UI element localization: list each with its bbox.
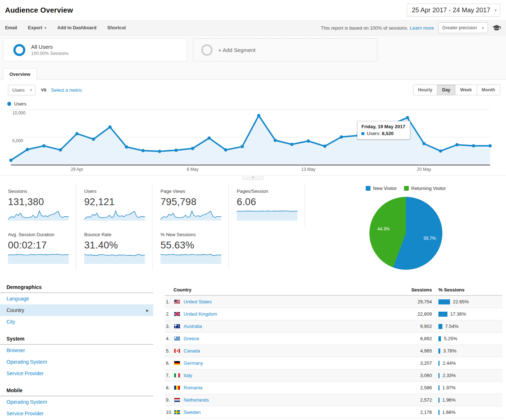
learn-more-link[interactable]: Learn more bbox=[410, 25, 434, 31]
series-dot-icon bbox=[7, 102, 11, 106]
pct-sessions-bar bbox=[438, 336, 441, 341]
tab-bar: Overview bbox=[0, 65, 506, 80]
metric-label: Avg. Session Duration bbox=[8, 232, 69, 237]
flag-sweden-icon bbox=[174, 410, 180, 414]
granularity-day-button[interactable]: Day bbox=[437, 85, 455, 95]
date-range-selector[interactable]: 25 Apr 2017 - 24 May 2017 ▾ bbox=[407, 4, 500, 17]
visitor-type-panel: New VisitorReturning Visitor 55.7% 44.3% bbox=[306, 183, 506, 270]
country-link-germany[interactable]: Germany bbox=[184, 360, 203, 366]
segment-donut-icon bbox=[13, 44, 25, 56]
tab-overview[interactable]: Overview bbox=[3, 68, 37, 80]
country-link-greece[interactable]: Greece bbox=[184, 336, 199, 341]
sidebar-item-demographics-country[interactable]: Country▶ bbox=[0, 304, 153, 316]
pct-sessions-value: 2.44% bbox=[442, 360, 456, 366]
metric-sparkline bbox=[8, 210, 69, 221]
pct-sessions-value: 1.97% bbox=[442, 385, 456, 390]
sidebar-heading-demographics: Demographics bbox=[0, 284, 153, 293]
chart-controls: Users ▾ VS Select a metric Hourly Day We… bbox=[0, 80, 506, 95]
audience-overview-page: Audience Overview 25 Apr 2017 - 24 May 2… bbox=[0, 0, 506, 420]
precision-dropdown[interactable]: Greater precision ▾ bbox=[438, 22, 488, 33]
graduation-cap-icon[interactable] bbox=[492, 25, 501, 31]
sessions-value: 29,754 bbox=[390, 299, 432, 304]
metric-card-avg-session-duration: Avg. Session Duration00:02:17 bbox=[0, 227, 76, 270]
svg-text:20 May: 20 May bbox=[417, 167, 431, 172]
sessions-value: 6,892 bbox=[390, 336, 432, 341]
metric-label: Page Views bbox=[160, 189, 222, 194]
chevron-down-icon: ▾ bbox=[30, 88, 32, 92]
chevron-down-icon: ▾ bbox=[482, 26, 484, 30]
country-link-netherlands[interactable]: Netherlands bbox=[184, 397, 209, 403]
add-segment-button[interactable]: + Add Segment bbox=[193, 38, 377, 61]
metric-label: Bounce Rate bbox=[84, 232, 146, 237]
email-button[interactable]: Email bbox=[5, 25, 17, 30]
sidebar-item-system-operating-system[interactable]: Operating System bbox=[0, 356, 153, 368]
flag-canada-icon bbox=[174, 349, 180, 353]
visitors-pie-chart[interactable]: 55.7% 44.3% bbox=[369, 197, 442, 270]
country-link-united-states[interactable]: United States bbox=[184, 299, 212, 304]
sidebar-item-demographics-city[interactable]: City bbox=[0, 316, 153, 328]
sessions-value: 3,207 bbox=[390, 360, 432, 366]
metric-select-dropdown[interactable]: Users ▾ bbox=[8, 85, 35, 95]
pct-sessions-bar bbox=[438, 312, 447, 317]
sidebar-item-demographics-language[interactable]: Language bbox=[0, 293, 153, 304]
flag-romania-icon bbox=[174, 386, 180, 390]
pct-sessions-value: 1.66% bbox=[442, 410, 456, 415]
pie-legend-returning-visitor[interactable]: Returning Visitor bbox=[404, 186, 446, 191]
legend-label: New Visitor bbox=[373, 186, 397, 191]
table-row-germany: 6.Germany3,2072.44% bbox=[165, 357, 502, 369]
country-table-column: Country Sessions % Sessions 1.United Sta… bbox=[165, 284, 502, 420]
sidebar-item-mobile-service-provider[interactable]: Service Provider bbox=[0, 408, 153, 419]
metric-value: 00:02:17 bbox=[8, 240, 69, 251]
country-link-australia[interactable]: Australia bbox=[184, 324, 202, 329]
chevron-down-icon: ▾ bbox=[494, 8, 497, 12]
chevron-right-icon: ▶ bbox=[146, 308, 149, 312]
sessions-value: 4,965 bbox=[390, 348, 432, 354]
precision-label: Greater precision bbox=[442, 25, 477, 30]
sidebar-item-system-browser[interactable]: Browser bbox=[0, 345, 153, 356]
country-link-canada[interactable]: Canada bbox=[184, 348, 200, 354]
sidebar-item-label: Operating System bbox=[7, 399, 47, 405]
metric-value: 6.06 bbox=[237, 196, 298, 208]
shortcut-button[interactable]: Shortcut bbox=[107, 25, 126, 30]
metric-sparkline bbox=[84, 253, 145, 264]
chevron-down-icon: ▾ bbox=[44, 26, 47, 30]
add-to-dashboard-button[interactable]: Add to Dashboard bbox=[57, 25, 96, 30]
flag-netherlands-icon bbox=[174, 398, 180, 402]
users-line-chart[interactable]: 5,00010,00029 Apr6 May13 May20 May Frida… bbox=[0, 108, 506, 172]
sessions-value: 2,572 bbox=[390, 397, 432, 403]
granularity-hourly-button[interactable]: Hourly bbox=[413, 85, 438, 95]
sidebar-item-mobile-operating-system[interactable]: Operating System bbox=[0, 396, 153, 408]
granularity-week-button[interactable]: Week bbox=[455, 85, 477, 95]
metric-card-new-sessions: % New Sessions55.63% bbox=[153, 227, 229, 270]
table-row-canada: 5.Canada4,9653.78% bbox=[165, 345, 502, 357]
row-rank: 6. bbox=[165, 360, 174, 366]
metric-sparkline bbox=[84, 210, 145, 221]
chart-tooltip: Friday, 19 May 2017 Users: 8,520 bbox=[357, 121, 410, 139]
svg-text:5,000: 5,000 bbox=[12, 138, 23, 143]
sidebar-item-system-service-provider[interactable]: Service Provider bbox=[0, 368, 153, 379]
segment-subtitle: 100.00% Sessions bbox=[31, 51, 69, 56]
country-link-romania[interactable]: Romania bbox=[184, 385, 202, 390]
flag-united-kingdom-icon bbox=[174, 312, 180, 316]
row-rank: 10. bbox=[165, 410, 174, 415]
dimension-sidebar: DemographicsLanguageCountry▶CitySystemBr… bbox=[0, 284, 153, 420]
export-button[interactable]: Export▾ bbox=[28, 25, 46, 30]
sidebar-item-label: Country bbox=[7, 307, 24, 313]
line-chart-svg: 5,00010,00029 Apr6 May13 May20 May bbox=[0, 108, 506, 172]
metric-card-sessions: Sessions131,380 bbox=[0, 183, 76, 227]
country-link-sweden[interactable]: Sweden bbox=[184, 410, 201, 415]
pie-legend-new-visitor[interactable]: New Visitor bbox=[366, 186, 397, 191]
metric-label: Sessions bbox=[8, 189, 69, 194]
table-row-greece: 4.Greece6,8925.25% bbox=[165, 333, 502, 345]
svg-text:13 May: 13 May bbox=[301, 167, 315, 172]
country-link-italy[interactable]: Italy bbox=[184, 373, 192, 378]
granularity-month-button[interactable]: Month bbox=[477, 85, 500, 95]
all-users-segment[interactable]: All Users 100.00% Sessions bbox=[3, 38, 187, 61]
chart-collapse-handle[interactable]: ▾ bbox=[243, 175, 263, 180]
series-label: Users bbox=[14, 101, 26, 107]
select-metric-link[interactable]: Select a metric bbox=[51, 87, 82, 93]
legend-swatch-icon bbox=[366, 186, 370, 191]
country-link-united-kingdom[interactable]: United Kingdom bbox=[184, 311, 217, 317]
metric-card-bounce-rate: Bounce Rate31.40% bbox=[76, 227, 153, 270]
pct-sessions-value: 7.54% bbox=[445, 324, 459, 329]
